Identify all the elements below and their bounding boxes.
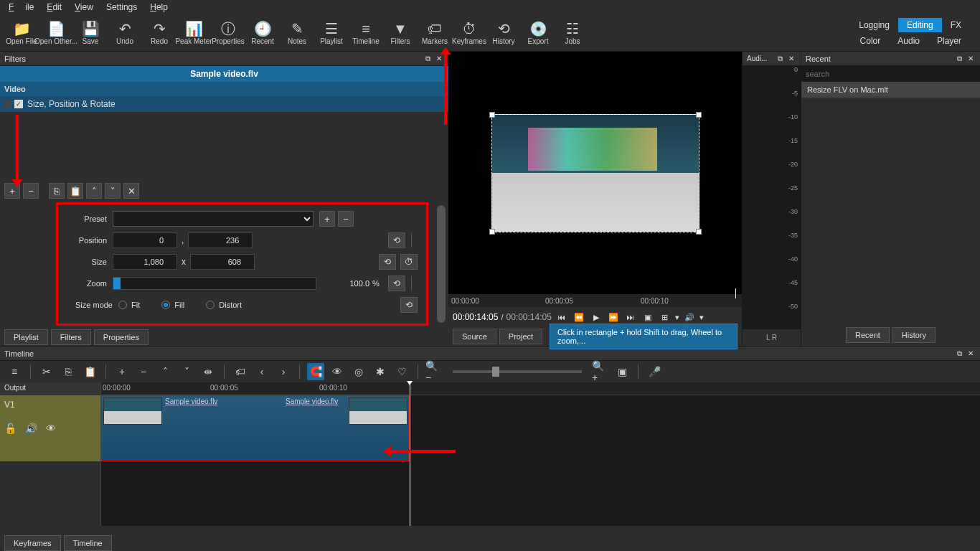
mode-distort-radio[interactable]: [206, 301, 215, 309]
split-button[interactable]: ⇹: [199, 363, 217, 380]
track-lock-icon[interactable]: 🔓: [4, 423, 17, 434]
toolbar-export[interactable]: 💿Export: [521, 15, 555, 51]
zoom-reset-button[interactable]: ⟲: [388, 276, 405, 291]
zoom-fit-button[interactable]: ▣: [641, 310, 655, 324]
source-tab[interactable]: Source: [453, 329, 496, 344]
history-tab[interactable]: History: [892, 327, 936, 343]
recent-search-input[interactable]: [801, 66, 980, 82]
mode-reset-button[interactable]: ⟲: [400, 297, 418, 313]
play-button[interactable]: ▶: [589, 310, 603, 324]
move-down-button[interactable]: ˅: [105, 183, 121, 199]
timeline-ruler[interactable]: 00:00:00 00:00:05 00:00:10: [101, 382, 980, 395]
grid-button[interactable]: ⊞: [658, 310, 672, 324]
project-tab[interactable]: Project: [499, 329, 542, 344]
timeline-tab[interactable]: Timeline: [64, 535, 112, 551]
track-mute-icon[interactable]: 🔊: [25, 423, 37, 434]
size-keyframe-button[interactable]: ⏱: [400, 254, 418, 270]
toolbar-open-other-[interactable]: 📄Open Other...: [39, 15, 73, 51]
mode-editing[interactable]: Editing: [898, 18, 942, 32]
toolbar-undo[interactable]: ↶Undo: [108, 15, 142, 51]
scrub-button[interactable]: 👁: [329, 363, 346, 380]
append-button[interactable]: +: [113, 363, 131, 380]
toolbar-properties[interactable]: ⓘProperties: [211, 15, 245, 51]
panel-close-icon[interactable]: ✕: [966, 349, 976, 359]
toolbar-redo[interactable]: ↷Redo: [142, 15, 176, 51]
next-marker-button[interactable]: ›: [275, 363, 292, 380]
toolbar-open-file[interactable]: 📁Open File: [4, 15, 39, 51]
toolbar-history[interactable]: ⟲History: [486, 15, 521, 51]
resize-handle-bl[interactable]: [489, 229, 495, 235]
timeline-clip[interactable]: Sample video.flv Sample video.flv: [101, 395, 410, 461]
record-audio-button[interactable]: 🎤: [646, 363, 663, 380]
toolbar-notes[interactable]: ✎Notes: [280, 15, 314, 51]
toolbar-jobs[interactable]: ☷Jobs: [555, 15, 590, 51]
mode-fill-radio[interactable]: [161, 301, 170, 309]
params-scrollbar[interactable]: [437, 205, 446, 323]
move-up-button[interactable]: ˄: [86, 183, 102, 199]
ripple-markers-button[interactable]: ♡: [393, 363, 410, 380]
panel-popout-icon[interactable]: ⧉: [954, 54, 964, 64]
overwrite-button[interactable]: ˅: [178, 363, 195, 380]
cut-button[interactable]: ✂: [38, 363, 55, 380]
menu-view[interactable]: View: [69, 1, 99, 14]
preset-save-button[interactable]: +: [319, 211, 335, 227]
menu-file[interactable]: File: [3, 1, 39, 14]
toolbar-filters[interactable]: ▼Filters: [383, 15, 418, 51]
panel-popout-icon[interactable]: ⧉: [775, 54, 785, 64]
skip-prev-button[interactable]: ⏮: [555, 310, 569, 324]
timeline-zoom-slider[interactable]: [453, 370, 582, 373]
track-header-v1[interactable]: V1 🔓 🔊 👁: [0, 395, 100, 461]
add-filter-button[interactable]: +: [4, 183, 20, 199]
size-height-input[interactable]: [190, 254, 255, 270]
mode-audio[interactable]: Audio: [889, 34, 928, 48]
panel-close-icon[interactable]: ✕: [434, 54, 444, 64]
position-x-input[interactable]: [113, 232, 177, 248]
deselect-button[interactable]: ✕: [123, 183, 139, 199]
position-y-input[interactable]: [188, 232, 253, 248]
marker-button[interactable]: 🏷: [232, 363, 249, 380]
toolbar-recent[interactable]: 🕘Recent: [245, 15, 280, 51]
copy-filter-button[interactable]: ⎘: [49, 183, 65, 199]
preset-delete-button[interactable]: −: [338, 211, 354, 227]
toolbar-markers[interactable]: 🏷Markers: [418, 15, 452, 51]
keyframes-tab[interactable]: Keyframes: [4, 535, 61, 551]
timeline-playhead[interactable]: [410, 382, 410, 526]
ripple-button[interactable]: ◎: [350, 363, 367, 380]
skip-next-button[interactable]: ⏭: [623, 310, 638, 324]
toolbar-timeline[interactable]: ≡Timeline: [349, 15, 383, 51]
zoom-fit-button[interactable]: ▣: [613, 363, 631, 380]
resize-handle-tl[interactable]: [489, 112, 495, 118]
menu-settings[interactable]: Settings: [100, 1, 143, 14]
snap-button[interactable]: 🧲: [307, 363, 324, 380]
toolbar-save[interactable]: 💾Save: [73, 15, 108, 51]
remove-button[interactable]: −: [135, 363, 152, 380]
toolbar-keyframes[interactable]: ⏱Keyframes: [452, 15, 486, 51]
ripple-all-button[interactable]: ✱: [372, 363, 389, 380]
remove-filter-button[interactable]: −: [23, 183, 39, 199]
recent-tab[interactable]: Recent: [846, 327, 890, 343]
zoom-out-button[interactable]: 🔍−: [425, 363, 443, 380]
resize-handle-br[interactable]: [696, 229, 702, 235]
copy-button[interactable]: ⎘: [60, 363, 77, 380]
timeline-menu-button[interactable]: ≡: [6, 363, 23, 380]
track-hide-icon[interactable]: 👁: [46, 423, 56, 434]
paste-filter-button[interactable]: 📋: [67, 183, 83, 199]
filter-item-size-position-rotate[interactable]: ✓ Size, Position & Rotate: [0, 96, 448, 112]
zoom-in-button[interactable]: 🔍+: [592, 363, 609, 380]
volume-button[interactable]: 🔊: [682, 310, 697, 324]
menu-help[interactable]: Help: [144, 1, 174, 14]
toolbar-peak-meter[interactable]: 📊Peak Meter: [176, 15, 211, 51]
prev-marker-button[interactable]: ‹: [253, 363, 270, 380]
mode-player[interactable]: Player: [928, 34, 970, 48]
menu-edit[interactable]: Edit: [41, 1, 67, 14]
position-reset-button[interactable]: ⟲: [388, 232, 405, 248]
fast-forward-button[interactable]: ⏩: [606, 310, 621, 324]
preview-area[interactable]: [448, 52, 742, 294]
tab-properties[interactable]: Properties: [94, 329, 149, 345]
tab-filters[interactable]: Filters: [51, 329, 91, 345]
size-width-input[interactable]: [113, 254, 177, 270]
preview-time-ruler[interactable]: 00:00:00 00:00:05 00:00:10: [448, 294, 742, 307]
filter-enable-checkbox[interactable]: ✓: [14, 100, 23, 108]
mode-logging[interactable]: Logging: [850, 18, 898, 32]
zoom-slider[interactable]: [113, 277, 316, 290]
